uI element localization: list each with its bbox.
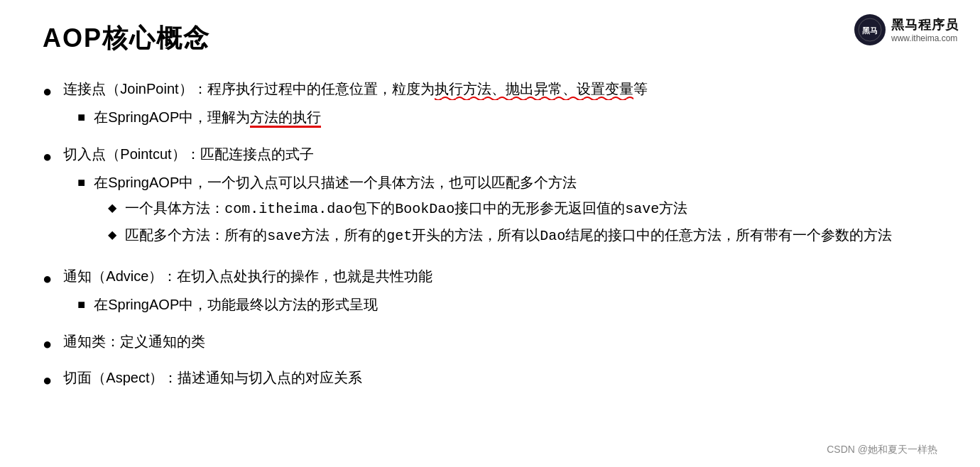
joinpoint-sub-items: ■ 在SpringAOP中，理解为方法的执行 xyxy=(77,106,937,128)
page-container: 黑马 黑马程序员 www.itheima.com AOP核心概念 ● 连接点（J… xyxy=(0,0,980,467)
bullet-advisor-text: 通知类：定义通知的类 xyxy=(63,330,937,353)
joinpoint-spring-item: ■ 在SpringAOP中，理解为方法的执行 xyxy=(77,106,937,128)
advice-spring-item: ■ 在SpringAOP中，功能最终以方法的形式呈现 xyxy=(77,293,937,316)
advice-label: 通知（Advice）：在切入点处执行的操作，也就是共性功能 xyxy=(63,268,432,284)
aspect-label: 切面（Aspect）：描述通知与切入点的对应关系 xyxy=(63,370,362,385)
brand-url: www.itheima.com xyxy=(891,33,957,43)
pointcut-code-1: com.itheima.dao xyxy=(224,201,352,217)
bullet-pointcut-text: 切入点（Pointcut）：匹配连接点的式子 ■ 在SpringAOP中，一个切… xyxy=(63,143,937,255)
pointcut-spring-text: 在SpringAOP中，一个切入点可以只描述一个具体方法，也可以匹配多个方法 xyxy=(94,175,577,190)
footer: CSDN @她和夏天一样热 xyxy=(827,444,937,456)
pointcut-example-2-text: 匹配多个方法：所有的save方法，所有的get开头的方法，所有以Dao结尾的接口… xyxy=(125,224,892,248)
diamond-2: ◆ xyxy=(108,226,116,244)
joinpoint-highlight: 执行方法、抛出异常、设置变量 xyxy=(435,81,633,100)
bullet-aspect-text: 切面（Aspect）：描述通知与切入点的对应关系 xyxy=(63,366,937,389)
content-area: ● 连接点（JoinPoint）：程序执行过程中的任意位置，粒度为执行方法、抛出… xyxy=(43,77,937,392)
bullet-dot-4: ● xyxy=(43,331,52,356)
pointcut-example-2: ◆ 匹配多个方法：所有的save方法，所有的get开头的方法，所有以Dao结尾的… xyxy=(108,224,892,248)
brand-icon: 黑马 xyxy=(854,14,886,45)
diamond-1: ◆ xyxy=(108,199,116,217)
bullet-dot-3: ● xyxy=(43,266,52,291)
square-bullet-1: ■ xyxy=(77,107,85,128)
bullet-advice-text: 通知（Advice）：在切入点处执行的操作，也就是共性功能 ■ 在SpringA… xyxy=(63,265,937,320)
pointcut-sub-items: ■ 在SpringAOP中，一个切入点可以只描述一个具体方法，也可以匹配多个方法… xyxy=(77,171,937,251)
bullet-joinpoint: ● 连接点（JoinPoint）：程序执行过程中的任意位置，粒度为执行方法、抛出… xyxy=(43,77,937,133)
brand-name: 黑马程序员 xyxy=(891,16,959,33)
bullet-advice: ● 通知（Advice）：在切入点处执行的操作，也就是共性功能 ■ 在Sprin… xyxy=(43,265,937,320)
joinpoint-spring-text: 在SpringAOP中，理解为方法的执行 xyxy=(94,106,321,128)
bullet-dot-5: ● xyxy=(43,368,52,392)
advice-sub-items: ■ 在SpringAOP中，功能最终以方法的形式呈现 xyxy=(77,293,937,316)
bullet-joinpoint-text: 连接点（JoinPoint）：程序执行过程中的任意位置，粒度为执行方法、抛出异常… xyxy=(63,77,937,133)
brand-logo: 黑马 黑马程序员 www.itheima.com xyxy=(854,14,959,45)
bullet-aspect: ● 切面（Aspect）：描述通知与切入点的对应关系 xyxy=(43,366,937,392)
svg-text:黑马: 黑马 xyxy=(862,26,878,35)
page-title: AOP核心概念 xyxy=(43,21,937,56)
pointcut-dao: Dao xyxy=(540,228,565,244)
square-bullet-2: ■ xyxy=(77,172,85,193)
bullet-dot-1: ● xyxy=(43,79,52,104)
pointcut-get: get xyxy=(386,228,412,244)
brand-text-block: 黑马程序员 www.itheima.com xyxy=(891,16,959,43)
bullet-advisor: ● 通知类：定义通知的类 xyxy=(43,330,937,356)
bullet-pointcut: ● 切入点（Pointcut）：匹配连接点的式子 ■ 在SpringAOP中，一… xyxy=(43,143,937,255)
pointcut-save: save xyxy=(267,228,301,244)
joinpoint-spring-highlight: 方法的执行 xyxy=(250,109,321,128)
pointcut-code-2: BookDao xyxy=(395,201,454,217)
advice-spring-text: 在SpringAOP中，功能最终以方法的形式呈现 xyxy=(94,293,378,316)
pointcut-example-1: ◆ 一个具体方法：com.itheima.dao包下的BookDao接口中的无形… xyxy=(108,197,892,221)
joinpoint-label: 连接点（JoinPoint）：程序执行过程中的任意位置，粒度为执行方法、抛出异常… xyxy=(63,81,647,100)
advisor-label: 通知类：定义通知的类 xyxy=(63,334,205,349)
bullet-dot-2: ● xyxy=(43,144,52,169)
square-bullet-3: ■ xyxy=(77,295,85,315)
pointcut-sub-sub-items: ◆ 一个具体方法：com.itheima.dao包下的BookDao接口中的无形… xyxy=(108,197,892,248)
pointcut-example-1-text: 一个具体方法：com.itheima.dao包下的BookDao接口中的无形参无… xyxy=(125,197,687,221)
pointcut-spring-item: ■ 在SpringAOP中，一个切入点可以只描述一个具体方法，也可以匹配多个方法… xyxy=(77,171,937,251)
pointcut-spring-block: 在SpringAOP中，一个切入点可以只描述一个具体方法，也可以匹配多个方法 ◆… xyxy=(94,171,892,251)
pointcut-label: 切入点（Pointcut）：匹配连接点的式子 xyxy=(63,146,313,162)
pointcut-code-3: save xyxy=(625,201,659,217)
